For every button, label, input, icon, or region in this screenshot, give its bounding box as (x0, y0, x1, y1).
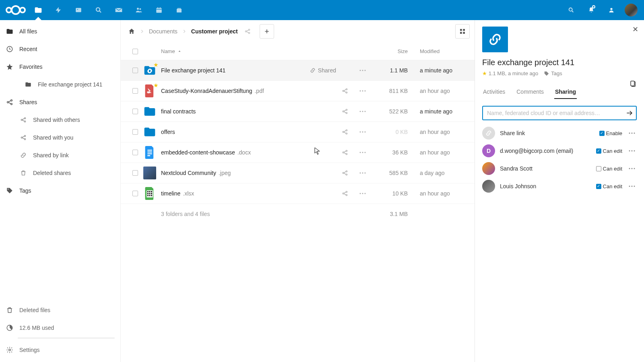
mail-app-icon[interactable] (109, 0, 129, 20)
search-icon[interactable] (561, 0, 581, 20)
sidebar: All files Recent Favorites File exchange… (0, 20, 121, 362)
svg-rect-73 (631, 81, 634, 86)
activity-app-icon[interactable] (48, 0, 68, 20)
tab-sharing[interactable]: Sharing (554, 85, 577, 99)
star-icon[interactable]: ★ (482, 70, 487, 76)
logo[interactable] (3, 0, 28, 20)
contacts-app-icon[interactable] (129, 0, 149, 20)
sidebar-item-fav-project[interactable]: File exchange project 141 (0, 76, 120, 93)
more-icon[interactable] (627, 150, 637, 152)
share-icon[interactable] (336, 190, 354, 197)
share-icon[interactable] (336, 88, 354, 94)
file-size: 36 KB (372, 149, 408, 156)
sidebar-quota: 12.6 MB used (0, 319, 120, 337)
tab-activities[interactable]: Activities (482, 85, 506, 99)
star-icon (6, 63, 14, 70)
row-checkbox[interactable] (132, 150, 138, 155)
trash-icon (19, 170, 27, 176)
more-icon[interactable] (354, 111, 372, 112)
breadcrumb-home[interactable] (126, 28, 138, 35)
select-all-checkbox[interactable] (132, 49, 138, 54)
svg-point-58 (362, 152, 363, 153)
share-permission-checkbox[interactable]: Can edit (596, 166, 622, 172)
sidebar-item-label: Tags (19, 187, 31, 194)
sidebar-item-deleted-shares[interactable]: Deleted shares (0, 164, 120, 182)
breadcrumb-share-icon[interactable] (242, 28, 253, 35)
contacts-menu-icon[interactable] (601, 0, 621, 20)
sidebar-item-label: 12.6 MB used (19, 325, 54, 331)
more-icon[interactable] (627, 185, 637, 187)
svg-rect-3 (76, 8, 81, 12)
tab-comments[interactable]: Comments (516, 85, 545, 99)
svg-point-45 (360, 111, 361, 112)
svg-point-4 (77, 9, 78, 10)
table-row[interactable]: timeline.xlsx 10 KB an hour ago (121, 183, 475, 204)
more-icon[interactable] (627, 132, 637, 134)
col-size-header[interactable]: Size (372, 48, 408, 54)
row-checkbox[interactable] (132, 129, 138, 135)
files-app-icon[interactable] (28, 0, 48, 20)
more-icon[interactable] (354, 90, 372, 92)
sidebar-deleted-files[interactable]: Deleted files (0, 301, 120, 319)
table-row[interactable]: ★ File exchange project 141 Shared 1.1 M… (121, 60, 475, 81)
more-icon[interactable] (354, 70, 372, 71)
share-icon[interactable] (336, 170, 354, 176)
col-modified-header[interactable]: Modified (408, 48, 468, 54)
file-icon: ★ (143, 84, 156, 97)
more-icon[interactable] (354, 193, 372, 194)
sidebar-item-tags[interactable]: Tags (0, 182, 120, 200)
sidebar-item-recent[interactable]: Recent (0, 40, 120, 58)
sidebar-item-label: Shares (19, 99, 37, 105)
view-toggle[interactable] (455, 24, 470, 39)
table-row[interactable]: offers 0 KB an hour ago (121, 122, 475, 142)
share-icon[interactable] (336, 149, 354, 156)
sidebar-settings[interactable]: Settings (0, 341, 120, 359)
file-name: timeline (161, 190, 180, 197)
sidebar-item-all-files[interactable]: All files (0, 23, 120, 40)
share-permission-checkbox[interactable]: Enable (599, 130, 622, 136)
new-button[interactable] (260, 24, 274, 39)
gallery-app-icon[interactable] (68, 0, 89, 20)
notifications-icon[interactable] (581, 0, 601, 20)
breadcrumb-item[interactable]: Documents (147, 28, 180, 35)
share-input[interactable] (482, 106, 637, 120)
svg-point-74 (629, 133, 630, 134)
share-icon[interactable] (336, 108, 354, 115)
more-icon[interactable] (354, 152, 372, 153)
svg-point-81 (632, 168, 633, 169)
table-row[interactable]: Nextcloud Community.jpeg 585 KB a day ag… (121, 163, 475, 183)
sidebar-item-shared-others[interactable]: Shared with others (0, 111, 120, 129)
row-checkbox[interactable] (132, 68, 138, 73)
table-row[interactable]: ★ CaseStudy-KonradAdenauerStiftung.pdf 8… (121, 81, 475, 101)
table-row[interactable]: embedded-content-showcase.docx 36 KB an … (121, 142, 475, 163)
close-icon[interactable]: ✕ (632, 25, 638, 34)
sidebar-item-shared-you[interactable]: Shared with you (0, 129, 120, 146)
svg-point-82 (634, 168, 635, 169)
row-checkbox[interactable] (132, 88, 138, 94)
share-submit-icon[interactable] (625, 109, 634, 117)
share-permission-checkbox[interactable]: Can edit (596, 148, 622, 154)
more-icon[interactable] (354, 131, 372, 133)
deck-app-icon[interactable] (169, 0, 189, 20)
svg-point-63 (360, 173, 361, 174)
sidebar-item-shared-link[interactable]: Shared by link (0, 146, 120, 164)
row-checkbox[interactable] (132, 191, 138, 196)
row-checkbox[interactable] (132, 170, 138, 176)
col-name-header[interactable]: Name (161, 48, 296, 54)
file-modified: an hour ago (408, 88, 468, 94)
sidebar-item-favorites[interactable]: Favorites (0, 58, 120, 76)
header-right (561, 0, 640, 20)
more-icon[interactable] (627, 168, 637, 169)
sidebar-item-label: Settings (19, 347, 40, 353)
share-icon[interactable] (336, 129, 354, 135)
calendar-app-icon[interactable] (149, 0, 169, 20)
user-avatar[interactable] (625, 4, 638, 16)
search-app-icon[interactable] (89, 0, 109, 20)
share-permission-checkbox[interactable]: Can edit (596, 183, 622, 189)
table-row[interactable]: final contracts 522 KB a minute ago (121, 101, 475, 122)
more-icon[interactable] (354, 172, 372, 174)
breadcrumb-item-current[interactable]: Customer project (189, 28, 240, 35)
sidebar-item-shares[interactable]: Shares (0, 93, 120, 111)
clipboard-icon[interactable] (630, 80, 637, 88)
row-checkbox[interactable] (132, 109, 138, 114)
